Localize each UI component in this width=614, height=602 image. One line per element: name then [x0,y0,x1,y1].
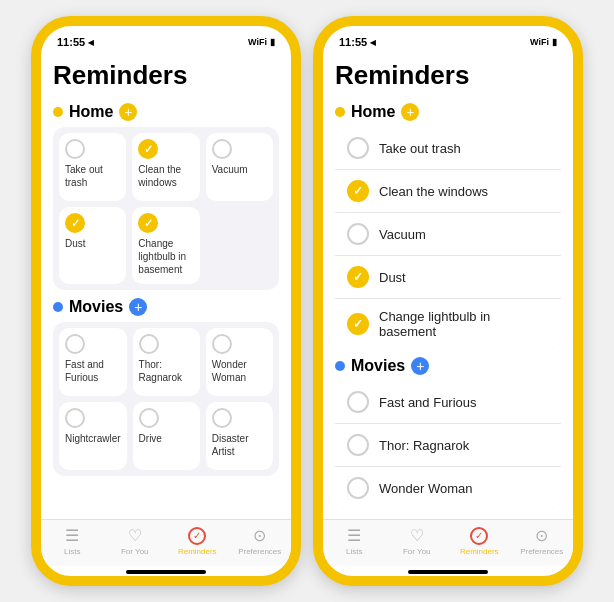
tab-icon: ✓ [188,527,206,545]
items-grid: Take out trashClean the windowsVacuumDus… [59,133,273,284]
list-item[interactable]: Fast and Furious [335,381,561,424]
list-item[interactable]: Wonder Woman [335,467,561,509]
list-item[interactable]: Thor: Ragnarok [335,424,561,467]
item-label: Take out trash [379,141,461,156]
page-title: Reminders [53,54,279,99]
tab-for-you[interactable]: ♡For You [386,526,449,556]
item-label: Drive [139,432,162,445]
notch [121,26,211,48]
section-dot [53,107,63,117]
list-item[interactable]: Vacuum [335,213,561,256]
wifi-icon: WiFi [530,37,549,47]
phone-left: 11:55 ◂ WiFi ▮ RemindersHome+Take out tr… [31,16,301,586]
list-item[interactable]: Clean the windows [335,170,561,213]
grid-section: Fast and FuriousThor: RagnarokWonder Wom… [53,322,279,476]
wifi-icon: WiFi [248,37,267,47]
item-checkbox[interactable] [138,213,158,233]
item-label: Take out trash [65,163,120,189]
status-icons: WiFi ▮ [530,37,557,47]
item-checkbox[interactable] [139,408,159,428]
item-checkbox[interactable] [212,139,232,159]
item-label: Wonder Woman [212,358,267,384]
item-label: Thor: Ragnarok [379,438,469,453]
item-checkbox[interactable] [347,434,369,456]
tab-for-you[interactable]: ♡For You [104,526,167,556]
item-label: Thor: Ragnarok [139,358,194,384]
section-header-movies: Movies+ [335,357,561,375]
notch [403,26,493,48]
item-label: Dust [65,237,86,250]
item-checkbox[interactable] [212,334,232,354]
tab-lists[interactable]: ☰Lists [41,526,104,556]
add-section-button[interactable]: + [129,298,147,316]
list-item[interactable]: Take out trash [335,127,561,170]
section-dot [335,107,345,117]
grid-item[interactable]: Clean the windows [132,133,199,201]
grid-item[interactable]: Vacuum [206,133,273,201]
home-indicator [126,570,206,574]
reminders-icon: ✓ [188,527,206,545]
items-grid: Fast and FuriousThor: RagnarokWonder Wom… [59,328,273,470]
tab-reminders[interactable]: ✓Reminders [448,527,511,556]
tab-icon: ♡ [128,526,142,545]
grid-item[interactable]: Fast and Furious [59,328,127,396]
item-label: Vacuum [379,227,426,242]
list-section: Take out trashClean the windowsVacuumDus… [335,127,561,349]
item-checkbox[interactable] [139,334,159,354]
item-checkbox[interactable] [65,408,85,428]
tab-bar: ☰Lists♡For You✓Reminders⊙Preferences [41,519,291,566]
grid-item[interactable]: Drive [133,402,200,470]
phones-container: 11:55 ◂ WiFi ▮ RemindersHome+Take out tr… [21,6,593,596]
screen-content: RemindersHome+Take out trashClean the wi… [41,54,291,576]
tab-label: For You [403,547,431,556]
section-dot [335,361,345,371]
grid-item[interactable]: Change lightbulb in basement [132,207,199,284]
add-section-button[interactable]: + [411,357,429,375]
item-label: Fast and Furious [379,395,477,410]
item-checkbox[interactable] [65,213,85,233]
tab-icon: ✓ [470,527,488,545]
grid-item[interactable]: Thor: Ragnarok [133,328,200,396]
item-checkbox[interactable] [347,391,369,413]
section-title: Home [69,103,113,121]
item-checkbox[interactable] [347,137,369,159]
item-label: Dust [379,270,406,285]
section-title: Movies [69,298,123,316]
item-checkbox[interactable] [347,313,369,335]
list-item[interactable]: Dust [335,256,561,299]
reminders-icon: ✓ [470,527,488,545]
section-dot [53,302,63,312]
tab-preferences[interactable]: ⊙Preferences [511,526,574,556]
item-checkbox[interactable] [138,139,158,159]
tab-label: Preferences [238,547,281,556]
tab-preferences[interactable]: ⊙Preferences [229,526,292,556]
item-label: Wonder Woman [379,481,472,496]
tab-label: Reminders [178,547,217,556]
item-checkbox[interactable] [65,139,85,159]
add-section-button[interactable]: + [119,103,137,121]
item-checkbox[interactable] [347,477,369,499]
grid-item[interactable]: Dust [59,207,126,284]
tab-reminders[interactable]: ✓Reminders [166,527,229,556]
page-scroll: RemindersHome+Take out trashClean the wi… [41,54,291,519]
list-item[interactable]: Change lightbulb in basement [335,299,561,349]
item-checkbox[interactable] [65,334,85,354]
item-checkbox[interactable] [347,223,369,245]
item-checkbox[interactable] [212,408,232,428]
item-checkbox[interactable] [347,266,369,288]
item-checkbox[interactable] [347,180,369,202]
add-section-button[interactable]: + [401,103,419,121]
battery-icon: ▮ [552,37,557,47]
item-label: Clean the windows [379,184,488,199]
tab-label: Reminders [460,547,499,556]
grid-item[interactable]: Disaster Artist [206,402,273,470]
battery-icon: ▮ [270,37,275,47]
grid-item[interactable]: Nightcrawler [59,402,127,470]
status-time: 11:55 ◂ [57,36,94,49]
list-section: Fast and FuriousThor: RagnarokWonder Wom… [335,381,561,509]
tab-lists[interactable]: ☰Lists [323,526,386,556]
grid-item[interactable]: Take out trash [59,133,126,201]
grid-item[interactable]: Wonder Woman [206,328,273,396]
section-header-movies: Movies+ [53,298,279,316]
item-label: Change lightbulb in basement [379,309,549,339]
